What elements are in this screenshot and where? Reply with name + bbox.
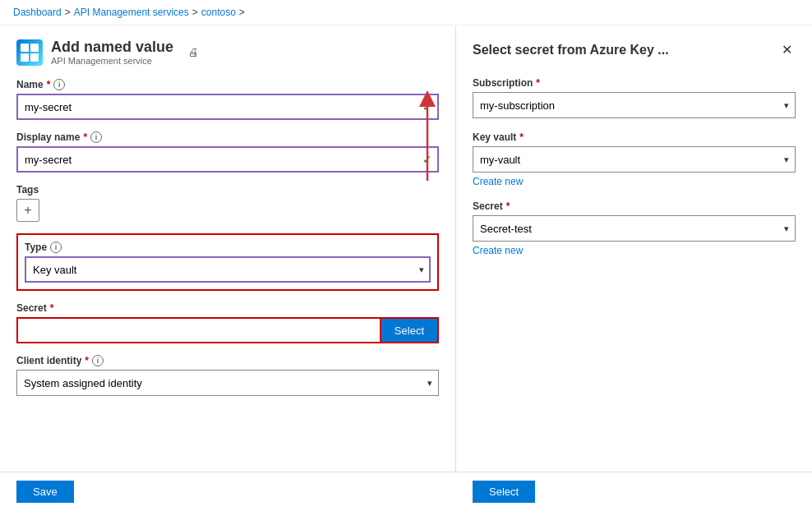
display-name-required: * bbox=[83, 131, 87, 143]
key-vault-select[interactable]: my-vault bbox=[473, 146, 796, 173]
close-button[interactable]: ✕ bbox=[778, 39, 796, 61]
key-vault-label: Key vault * bbox=[473, 131, 796, 143]
client-identity-select-wrapper: System assigned identity ▾ bbox=[16, 370, 439, 396]
panel-secret-select-wrapper: Secret-test ▾ bbox=[473, 215, 796, 242]
name-input-wrapper: ✓ bbox=[16, 94, 439, 120]
breadcrumb-sep-3: > bbox=[239, 7, 245, 18]
secret-required: * bbox=[50, 302, 54, 314]
secret-input[interactable] bbox=[16, 317, 381, 343]
type-select-wrapper: Plain Secret Key vault ▾ bbox=[25, 256, 431, 283]
type-box: Type i Plain Secret Key vault ▾ bbox=[16, 233, 439, 291]
display-name-info-icon[interactable]: i bbox=[90, 131, 102, 143]
name-checkmark: ✓ bbox=[422, 100, 432, 113]
panel-secret-create-new-link[interactable]: Create new bbox=[473, 245, 796, 256]
client-identity-select[interactable]: System assigned identity bbox=[16, 370, 439, 396]
client-identity-info-icon[interactable]: i bbox=[92, 355, 104, 366]
name-label: Name * i bbox=[16, 79, 439, 90]
display-name-checkmark: ✓ bbox=[422, 153, 432, 166]
type-label: Type i bbox=[25, 242, 431, 253]
name-group: Name * i ✓ bbox=[16, 79, 439, 120]
panel-select-button[interactable]: Select bbox=[473, 481, 535, 503]
bottom-bar-left: Save bbox=[0, 481, 456, 503]
subscription-group: Subscription * my-subscription ▾ bbox=[473, 77, 796, 118]
key-vault-required: * bbox=[519, 131, 524, 143]
left-panel: Add named value API Management service 🖨… bbox=[0, 25, 456, 472]
panel-secret-group: Secret * Secret-test ▾ Create new bbox=[473, 200, 796, 256]
panel-header: Select secret from Azure Key ... ✕ bbox=[473, 39, 796, 61]
breadcrumb: Dashboard > API Management services > co… bbox=[0, 0, 812, 25]
panel-secret-select[interactable]: Secret-test bbox=[473, 215, 796, 242]
page-title: Add named value bbox=[51, 39, 173, 56]
breadcrumb-contoso[interactable]: contoso bbox=[201, 7, 236, 18]
breadcrumb-sep-1: > bbox=[65, 7, 71, 18]
panel-title: Select secret from Azure Key ... bbox=[473, 43, 669, 58]
type-select[interactable]: Plain Secret Key vault bbox=[25, 256, 431, 283]
subscription-required: * bbox=[536, 77, 540, 89]
right-panel: Select secret from Azure Key ... ✕ Subsc… bbox=[456, 25, 812, 472]
bottom-bar-right: Select bbox=[456, 481, 812, 503]
page-icon bbox=[16, 39, 43, 66]
name-required: * bbox=[47, 79, 51, 90]
subscription-select[interactable]: my-subscription bbox=[473, 92, 796, 118]
key-vault-create-new-link[interactable]: Create new bbox=[473, 176, 796, 187]
type-info-icon[interactable]: i bbox=[50, 242, 62, 253]
tags-label: Tags bbox=[16, 184, 439, 196]
display-name-input[interactable] bbox=[16, 146, 439, 173]
client-identity-group: Client identity * i System assigned iden… bbox=[16, 355, 439, 396]
secret-label: Secret * bbox=[16, 302, 439, 314]
subscription-select-wrapper: my-subscription ▾ bbox=[473, 92, 796, 118]
subscription-label: Subscription * bbox=[473, 77, 796, 89]
display-name-input-wrapper: ✓ bbox=[16, 146, 439, 173]
key-vault-group: Key vault * my-vault ▾ Create new bbox=[473, 131, 796, 187]
page-subtitle: API Management service bbox=[51, 56, 173, 66]
name-info-icon[interactable]: i bbox=[53, 79, 65, 90]
tags-group: Tags + bbox=[16, 184, 439, 222]
panel-secret-required: * bbox=[506, 200, 510, 212]
breadcrumb-dashboard[interactable]: Dashboard bbox=[13, 7, 62, 18]
page-header: Add named value API Management service 🖨 bbox=[16, 39, 439, 66]
save-button[interactable]: Save bbox=[16, 481, 74, 503]
tags-add-button[interactable]: + bbox=[16, 199, 39, 222]
bottom-bar: Save Select bbox=[0, 472, 812, 511]
key-vault-select-wrapper: my-vault ▾ bbox=[473, 146, 796, 173]
print-icon[interactable]: 🖨 bbox=[188, 46, 199, 58]
client-identity-label: Client identity * i bbox=[16, 355, 439, 366]
breadcrumb-sep-2: > bbox=[192, 7, 198, 18]
display-name-group: Display name * i ✓ bbox=[16, 131, 439, 173]
breadcrumb-api-mgmt[interactable]: API Management services bbox=[74, 7, 189, 18]
secret-group: Secret * Select bbox=[16, 302, 439, 343]
page-title-block: Add named value API Management service bbox=[51, 39, 173, 66]
name-input[interactable] bbox=[16, 94, 439, 120]
secret-select-button[interactable]: Select bbox=[381, 317, 439, 343]
display-name-label: Display name * i bbox=[16, 131, 439, 143]
secret-row: Select bbox=[16, 317, 439, 343]
panel-secret-label: Secret * bbox=[473, 200, 796, 212]
client-identity-required: * bbox=[85, 355, 89, 366]
